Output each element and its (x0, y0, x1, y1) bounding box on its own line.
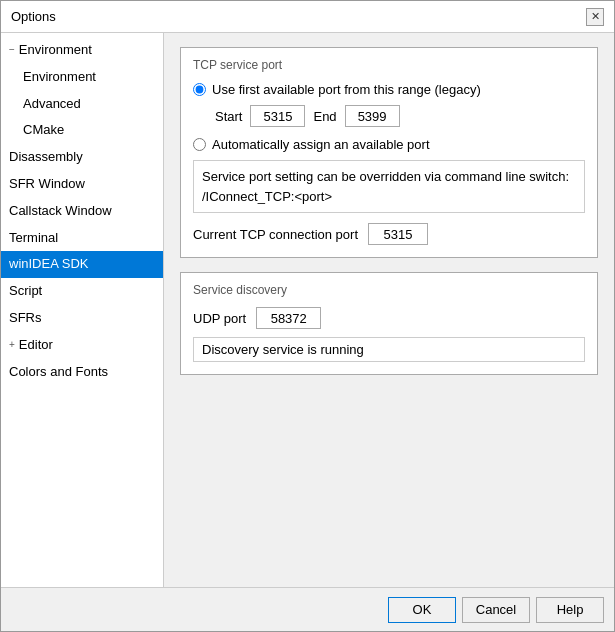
close-button[interactable]: ✕ (586, 8, 604, 26)
sidebar-item-colors-and-fonts[interactable]: Colors and Fonts (1, 359, 163, 386)
current-port-input[interactable] (368, 223, 428, 245)
sidebar-item-sfrs[interactable]: SFRs (1, 305, 163, 332)
tcp-section-title: TCP service port (193, 58, 585, 72)
discovery-section: Service discovery UDP port Discovery ser… (180, 272, 598, 375)
sidebar-label-cmake: CMake (23, 120, 64, 141)
sidebar-label-disassembly: Disassembly (9, 147, 83, 168)
sidebar-item-editor-group[interactable]: + Editor (1, 332, 163, 359)
ok-button[interactable]: OK (388, 597, 456, 623)
sidebar-item-script[interactable]: Script (1, 278, 163, 305)
radio-auto[interactable] (193, 138, 206, 151)
help-button[interactable]: Help (536, 597, 604, 623)
sidebar-item-callstack-window[interactable]: Callstack Window (1, 198, 163, 225)
sidebar-item-terminal[interactable]: Terminal (1, 225, 163, 252)
sidebar-label-advanced: Advanced (23, 94, 81, 115)
discovery-status-box: Discovery service is running (193, 337, 585, 362)
dialog-body: − Environment Environment Advanced CMake… (1, 33, 614, 587)
info-box: Service port setting can be overridden v… (193, 160, 585, 213)
end-port-input[interactable] (345, 105, 400, 127)
discovery-section-title: Service discovery (193, 283, 585, 297)
start-label: Start (215, 109, 242, 124)
sidebar-label-editor-group: Editor (19, 335, 53, 356)
options-dialog: Options ✕ − Environment Environment Adva… (0, 0, 615, 632)
radio-row-legacy: Use first available port from this range… (193, 82, 585, 97)
radio-auto-label[interactable]: Automatically assign an available port (212, 137, 430, 152)
udp-port-input[interactable] (256, 307, 321, 329)
sidebar-label-environment: Environment (23, 67, 96, 88)
sidebar-label-terminal: Terminal (9, 228, 58, 249)
sidebar-label-callstack-window: Callstack Window (9, 201, 112, 222)
end-label: End (313, 109, 336, 124)
port-range-row: Start End (215, 105, 585, 127)
sidebar-label-sfr-window: SFR Window (9, 174, 85, 195)
cancel-button[interactable]: Cancel (462, 597, 530, 623)
sidebar-item-environment[interactable]: Environment (1, 64, 163, 91)
sidebar-item-cmake[interactable]: CMake (1, 117, 163, 144)
sidebar-item-sfr-window[interactable]: SFR Window (1, 171, 163, 198)
toggle-icon-environment: − (9, 42, 15, 58)
radio-legacy[interactable] (193, 83, 206, 96)
current-port-label: Current TCP connection port (193, 227, 358, 242)
sidebar-label-environment-group: Environment (19, 40, 92, 61)
start-port-input[interactable] (250, 105, 305, 127)
tcp-section: TCP service port Use first available por… (180, 47, 598, 258)
udp-label: UDP port (193, 311, 246, 326)
udp-row: UDP port (193, 307, 585, 329)
discovery-status-text: Discovery service is running (202, 342, 364, 357)
info-line1: Service port setting can be overridden v… (202, 169, 569, 184)
toggle-icon-editor: + (9, 337, 15, 353)
sidebar-label-script: Script (9, 281, 42, 302)
radio-legacy-label[interactable]: Use first available port from this range… (212, 82, 481, 97)
sidebar-item-advanced[interactable]: Advanced (1, 91, 163, 118)
sidebar-item-disassembly[interactable]: Disassembly (1, 144, 163, 171)
sidebar-label-colors-and-fonts: Colors and Fonts (9, 362, 108, 383)
title-bar: Options ✕ (1, 1, 614, 33)
sidebar-label-sfrs: SFRs (9, 308, 42, 329)
sidebar: − Environment Environment Advanced CMake… (1, 33, 164, 587)
sidebar-item-environment-group[interactable]: − Environment (1, 37, 163, 64)
info-line2: /IConnect_TCP:<port> (202, 189, 332, 204)
sidebar-label-winidea-sdk: winIDEA SDK (9, 254, 88, 275)
sidebar-item-winidea-sdk[interactable]: winIDEA SDK (1, 251, 163, 278)
main-content: TCP service port Use first available por… (164, 33, 614, 587)
dialog-footer: OK Cancel Help (1, 587, 614, 631)
radio-row-auto: Automatically assign an available port (193, 137, 585, 152)
current-port-row: Current TCP connection port (193, 223, 585, 245)
dialog-title: Options (11, 9, 56, 24)
